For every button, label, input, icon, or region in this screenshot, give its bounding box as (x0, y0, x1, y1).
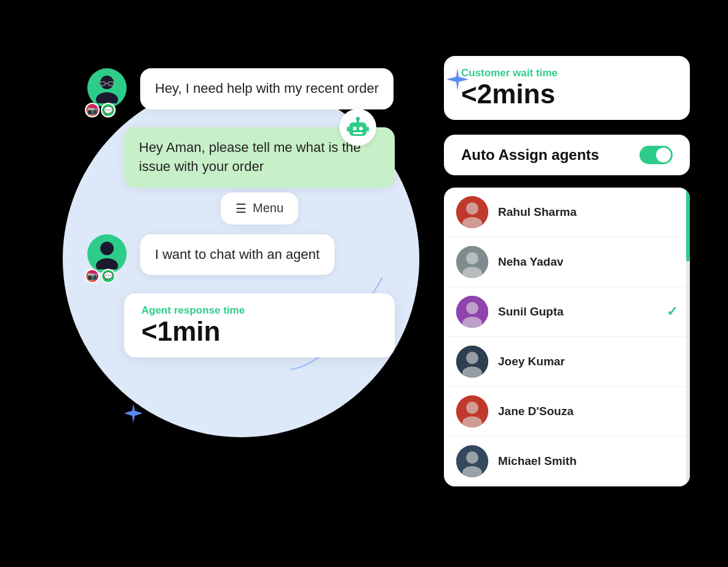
svg-rect-12 (366, 127, 369, 132)
bot-icon (347, 116, 369, 138)
agent-name: Joey Kumar (498, 355, 565, 368)
agent-row[interactable]: Jane D'Souza (444, 387, 690, 437)
agent-checkmark-icon: ✓ (667, 304, 678, 320)
user2-avatar (87, 234, 127, 274)
chat-panel: 📷 💬 Hey, I need help with my recent orde… (87, 68, 395, 357)
svg-point-16 (466, 202, 478, 215)
svg-point-7 (359, 127, 363, 130)
svg-point-22 (466, 302, 478, 314)
agent-name: Neha Yadav (498, 255, 563, 269)
user2-person-icon (92, 239, 122, 269)
agent-response-card: Agent response time <1min (124, 293, 395, 357)
menu-row[interactable]: ☰ Menu (221, 192, 298, 224)
svg-point-0 (100, 76, 114, 89)
agent-avatar (456, 346, 488, 378)
message-bubble-3: I want to chat with an agent (140, 234, 334, 276)
scene: 📷 💬 Hey, I need help with my recent orde… (26, 19, 702, 548)
wait-value: <2mins (461, 79, 673, 109)
instagram-icon: 📷 (85, 103, 100, 117)
agent-avatar (456, 395, 488, 427)
agent-row[interactable]: Neha Yadav (444, 237, 690, 287)
agent-avatar (456, 445, 488, 477)
agents-list: Rahul Sharma Neha Yadav Sunil Gupta✓ Joe… (444, 188, 690, 486)
user2-avatar-stack: 📷 💬 (87, 234, 132, 279)
right-panel: Customer wait time <2mins Auto Assign ag… (444, 56, 690, 486)
response-value: <1min (141, 317, 378, 346)
wait-label: Customer wait time (461, 67, 673, 79)
user1-person-icon (92, 73, 122, 103)
sparkle-bottom-left-icon (124, 404, 143, 425)
svg-point-6 (353, 127, 357, 130)
agent-avatar (456, 196, 488, 228)
scroll-thumb (686, 188, 690, 261)
whatsapp-icon: 💬 (101, 103, 116, 117)
user1-avatar (87, 68, 127, 108)
customer-wait-card: Customer wait time <2mins (444, 56, 690, 120)
agent-row[interactable]: Michael Smith (444, 437, 690, 486)
user2-social-icons: 📷 💬 (85, 269, 116, 284)
svg-rect-11 (347, 127, 349, 132)
scroll-bar[interactable] (686, 188, 690, 486)
sparkle-top-right-icon (446, 68, 469, 93)
response-label: Agent response time (141, 304, 378, 317)
bot-message-row: Hey Aman, please tell me what is the iss… (124, 127, 395, 224)
message-text-2: Hey Aman, please tell me what is the iss… (139, 140, 361, 174)
svg-point-10 (357, 117, 360, 121)
whatsapp-icon-2: 💬 (101, 269, 116, 284)
user1-avatar-stack: 📷 💬 (87, 68, 132, 113)
instagram-icon-2: 📷 (85, 269, 100, 284)
agent-name: Michael Smith (498, 454, 577, 468)
bot-icon-bubble (339, 109, 376, 146)
agent-avatar (456, 296, 488, 328)
svg-point-13 (100, 242, 114, 255)
auto-assign-toggle[interactable] (639, 146, 673, 164)
message-bubble-1: Hey, I need help with my recent order (140, 68, 394, 109)
toggle-knob (656, 148, 671, 162)
chat-row-1: 📷 💬 Hey, I need help with my recent orde… (87, 68, 395, 113)
auto-assign-card: Auto Assign agents (444, 135, 690, 175)
svg-point-14 (96, 258, 118, 269)
menu-label: Menu (253, 201, 283, 215)
message-text-3: I want to chat with an agent (155, 247, 320, 262)
agent-name: Jane D'Souza (498, 405, 574, 418)
auto-assign-label: Auto Assign agents (461, 146, 599, 164)
svg-point-25 (466, 352, 478, 364)
svg-rect-8 (353, 132, 363, 134)
svg-point-19 (466, 252, 478, 264)
agent-avatar (456, 246, 488, 278)
agent-row[interactable]: Sunil Gupta✓ (444, 287, 690, 337)
message-text-1: Hey, I need help with my recent order (155, 81, 379, 96)
chat-row-3: 📷 💬 I want to chat with an agent (87, 234, 395, 279)
agent-name: Rahul Sharma (498, 205, 577, 219)
agent-name: Sunil Gupta (498, 305, 564, 319)
svg-point-31 (466, 451, 478, 464)
agent-row[interactable]: Joey Kumar (444, 337, 690, 387)
svg-point-1 (96, 92, 118, 103)
svg-point-28 (466, 402, 478, 414)
user1-social-icons: 📷 💬 (85, 103, 116, 117)
menu-icon: ☰ (235, 201, 247, 216)
agent-row[interactable]: Rahul Sharma (444, 188, 690, 237)
